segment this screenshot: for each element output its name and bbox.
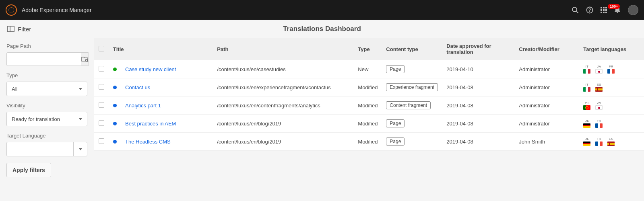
flag-ja-icon — [595, 69, 603, 74]
status-dot-icon — [113, 68, 117, 71]
topbar: Adobe Experience Manager ? 100+ — [0, 0, 644, 20]
visibility-label: Visibility — [6, 103, 87, 109]
flag-pt-icon — [583, 105, 590, 110]
subheader: Filter Translations Dashboard — [0, 20, 644, 38]
lang-item: FR — [607, 65, 615, 74]
path-cell: /content/luxus/en/blog/2019 — [213, 115, 354, 133]
page-path-label: Page Path — [6, 43, 87, 49]
target-langs: DEFRES — [583, 137, 640, 146]
title-link[interactable]: Best practices in AEM — [125, 121, 176, 127]
creator-cell: John Smith — [515, 133, 579, 151]
content-type-chip: Page — [386, 119, 405, 127]
lang-item: ES — [607, 137, 615, 146]
table-row[interactable]: Case study new client/content/luxus/en/c… — [94, 60, 644, 78]
type-select[interactable]: All — [6, 82, 87, 96]
col-title[interactable]: Title — [109, 38, 213, 60]
filter-sidebar: Page Path Type All Visibility Ready for … — [0, 38, 94, 201]
status-dot-icon — [113, 104, 117, 107]
target-language-label: Target Language — [6, 133, 87, 139]
status-dot-icon — [113, 86, 117, 89]
row-checkbox[interactable] — [99, 138, 104, 144]
status-dot-icon — [113, 122, 117, 125]
lang-code: PT — [585, 101, 589, 105]
row-checkbox[interactable] — [99, 102, 104, 108]
lang-code: FR — [597, 119, 601, 123]
table-row[interactable]: Best practices in AEM/content/luxus/en/b… — [94, 115, 644, 133]
lang-code: DE — [584, 137, 589, 141]
type-label: Type — [6, 72, 87, 78]
visibility-select[interactable]: Ready for translation — [6, 112, 87, 126]
lang-item: JA — [595, 101, 603, 110]
row-checkbox[interactable] — [99, 66, 104, 72]
help-icon[interactable]: ? — [586, 6, 593, 14]
title-link[interactable]: Analytics part 1 — [125, 103, 161, 109]
solutions-waffle-icon[interactable] — [601, 7, 607, 13]
topbar-right: ? 100+ — [572, 5, 638, 15]
table-row[interactable]: Contact us/content/luxus/en/experiencefr… — [94, 78, 644, 96]
lang-item: DE — [583, 119, 590, 128]
page-path-input[interactable] — [6, 52, 81, 66]
title-link[interactable]: Contact us — [125, 84, 150, 90]
title-link[interactable]: Case study new client — [125, 66, 176, 72]
row-checkbox[interactable] — [99, 120, 104, 126]
select-all-checkbox[interactable] — [99, 46, 104, 51]
content-area: Title Path Type Content type Date approv… — [94, 38, 644, 201]
status-dot-icon — [113, 140, 117, 144]
lang-item: FR — [595, 137, 603, 146]
col-creator[interactable]: Creator/Modifier — [515, 38, 579, 60]
lang-code: ES — [597, 83, 601, 86]
path-cell: /content/luxus/en/experiencefragments/co… — [213, 78, 354, 96]
lang-code: ES — [609, 137, 613, 141]
target-langs: ITES — [583, 83, 640, 92]
brand-name[interactable]: Adobe Experience Manager — [22, 7, 92, 13]
table-row[interactable]: Analytics part 1/content/luxus/en/conten… — [94, 96, 644, 115]
col-content-type[interactable]: Content type — [382, 38, 442, 60]
flag-fr-icon — [595, 123, 603, 128]
aem-logo-icon[interactable] — [6, 4, 17, 16]
target-language-select[interactable] — [6, 142, 87, 156]
lang-code: DE — [584, 119, 589, 123]
path-cell: /content/luxus/en/casestudies — [213, 60, 354, 78]
search-icon[interactable] — [572, 6, 579, 14]
type-cell: Modified — [354, 78, 382, 96]
chevron-down-icon — [79, 118, 82, 120]
type-cell: New — [354, 60, 382, 78]
user-avatar[interactable] — [628, 5, 638, 15]
svg-line-1 — [576, 11, 578, 13]
flag-ja-icon — [595, 105, 603, 110]
col-type[interactable]: Type — [354, 38, 382, 60]
col-path[interactable]: Path — [213, 38, 354, 60]
flag-es-icon — [607, 142, 615, 146]
flag-de-icon — [583, 123, 590, 128]
date-cell: 2019-04-08 — [442, 96, 515, 115]
notifications-icon[interactable]: 100+ — [614, 6, 621, 14]
col-target-langs[interactable]: Target languages — [579, 38, 644, 60]
row-checkbox[interactable] — [99, 84, 104, 90]
type-select-value: All — [12, 86, 17, 92]
type-cell: Modified — [354, 96, 382, 115]
lang-code: IT — [585, 65, 588, 68]
rail-icon — [7, 26, 14, 32]
title-link[interactable]: The Headless CMS — [125, 139, 171, 145]
lang-item: ES — [595, 83, 603, 92]
col-date[interactable]: Date approved for translation — [442, 38, 515, 60]
target-langs: PTJA — [583, 101, 640, 110]
date-cell: 2019-04-10 — [442, 60, 515, 78]
lang-code: FR — [609, 65, 613, 68]
translations-table: Title Path Type Content type Date approv… — [94, 38, 644, 151]
table-row[interactable]: The Headless CMS/content/luxus/en/blog/2… — [94, 133, 644, 151]
target-langs: ITJAFR — [583, 65, 640, 74]
svg-point-0 — [572, 7, 577, 12]
filter-rail-toggle[interactable]: Filter — [7, 26, 31, 33]
chevron-down-icon — [79, 148, 82, 150]
lang-code: JA — [597, 101, 601, 105]
apply-filters-button[interactable]: Apply filters — [6, 163, 51, 177]
chevron-down-icon — [79, 88, 82, 90]
topbar-left: Adobe Experience Manager — [6, 4, 92, 16]
flag-it-icon — [583, 69, 590, 74]
creator-cell: Administrator — [515, 96, 579, 115]
lang-item: PT — [583, 101, 590, 110]
notification-badge: 100+ — [608, 4, 620, 9]
content-type-chip: Page — [386, 65, 405, 73]
browse-path-button[interactable] — [81, 52, 89, 66]
